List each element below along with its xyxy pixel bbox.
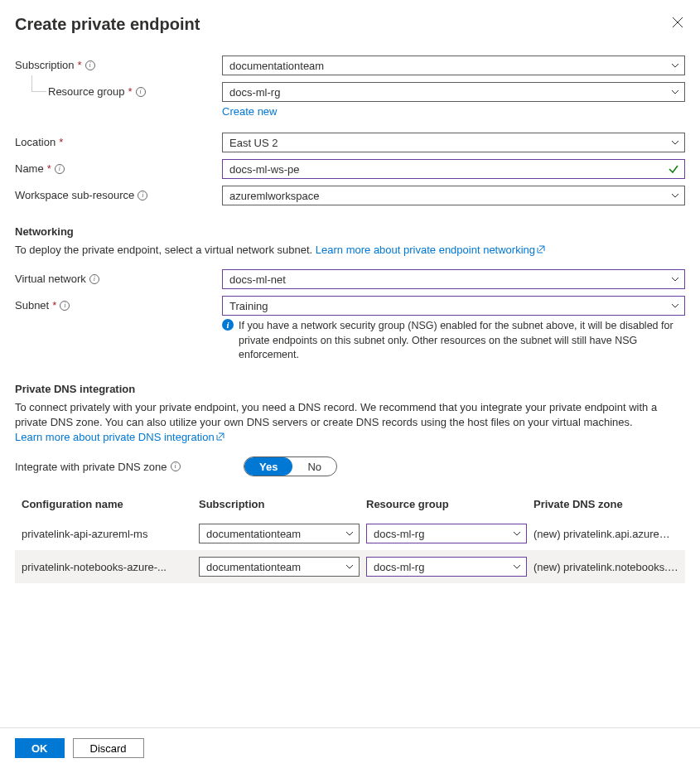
col-config: Configuration name — [22, 498, 192, 510]
dns-subscription-dropdown[interactable]: documentationteam — [199, 524, 360, 543]
required-asterisk: * — [78, 59, 82, 71]
workspace-subresource-dropdown[interactable]: azuremlworkspace — [222, 186, 685, 205]
integrate-dns-toggle[interactable]: Yes No — [244, 456, 337, 476]
dns-row: privatelink-api-azureml-ms documentation… — [15, 517, 685, 550]
subnet-dropdown[interactable]: Training — [222, 296, 685, 316]
virtual-network-value: docs-ml-net — [229, 273, 286, 286]
chevron-down-icon — [671, 140, 679, 145]
dns-config-name: privatelink-api-azureml-ms — [22, 528, 192, 540]
virtual-network-label: Virtual network — [15, 273, 86, 285]
networking-heading: Networking — [15, 225, 685, 238]
dns-resource-group-value: docs-ml-rg — [374, 528, 424, 540]
virtual-network-dropdown[interactable]: docs-ml-net — [222, 269, 685, 289]
discard-button[interactable]: Discard — [73, 738, 144, 758]
location-label: Location — [15, 136, 56, 148]
dns-row: privatelink-notebooks-azure-... document… — [15, 550, 685, 583]
subscription-label: Subscription — [15, 59, 75, 71]
col-zone: Private DNS zone — [533, 498, 678, 510]
dns-learn-more-text: Learn more about private DNS integration — [15, 431, 215, 443]
name-value: docs-ml-ws-pe — [229, 163, 300, 176]
dns-heading: Private DNS integration — [15, 383, 685, 395]
resource-group-dropdown[interactable]: docs-ml-rg — [222, 82, 685, 102]
integrate-dns-label: Integrate with private DNS zone — [15, 461, 167, 473]
col-resource-group: Resource group — [366, 498, 527, 510]
required-asterisk: * — [52, 299, 56, 312]
location-dropdown[interactable]: East US 2 — [222, 133, 685, 152]
ok-button[interactable]: OK — [15, 738, 65, 758]
chevron-down-icon — [671, 89, 679, 94]
subscription-value: documentationteam — [229, 60, 324, 72]
create-new-link[interactable]: Create new — [222, 105, 277, 118]
info-blue-icon: i — [222, 319, 234, 331]
toggle-yes[interactable]: Yes — [244, 457, 292, 476]
col-subscription: Subscription — [199, 498, 360, 510]
location-value: East US 2 — [229, 137, 278, 149]
dns-resource-group-dropdown[interactable]: docs-ml-rg — [366, 557, 527, 577]
chevron-down-icon — [345, 564, 354, 569]
networking-learn-more-text: Learn more about private endpoint networ… — [316, 244, 535, 256]
dns-resource-group-dropdown[interactable]: docs-ml-rg — [366, 524, 527, 543]
required-asterisk: * — [59, 136, 63, 148]
nsg-note: If you have a network security group (NS… — [239, 319, 685, 363]
chevron-down-icon — [671, 193, 679, 198]
external-link-icon — [537, 243, 545, 251]
dns-resource-group-value: docs-ml-rg — [374, 561, 424, 573]
resource-group-value: docs-ml-rg — [229, 86, 280, 99]
chevron-down-icon — [513, 564, 521, 569]
chevron-down-icon — [671, 303, 679, 308]
tree-connector — [31, 75, 46, 92]
required-asterisk: * — [47, 162, 51, 175]
dns-learn-more-link[interactable]: Learn more about private DNS integration — [15, 431, 224, 443]
networking-description: To deploy the private endpoint, select a… — [15, 244, 312, 256]
networking-learn-more-link[interactable]: Learn more about private endpoint networ… — [316, 244, 545, 256]
dns-table: Configuration name Subscription Resource… — [15, 491, 685, 583]
close-icon — [672, 17, 683, 28]
dns-zone: (new) privatelink.api.azureml.... — [533, 528, 678, 540]
chevron-down-icon — [513, 531, 521, 536]
subscription-dropdown[interactable]: documentationteam — [222, 56, 685, 75]
dns-config-name: privatelink-notebooks-azure-... — [22, 561, 192, 573]
chevron-down-icon — [671, 63, 679, 68]
panel-title: Create private endpoint — [15, 15, 200, 34]
info-icon[interactable] — [85, 60, 95, 70]
dns-zone: (new) privatelink.notebooks.a... — [533, 561, 678, 573]
dns-subscription-dropdown[interactable]: documentationteam — [199, 557, 360, 577]
info-icon[interactable] — [138, 191, 147, 200]
info-icon[interactable] — [136, 87, 146, 97]
chevron-down-icon — [345, 531, 354, 536]
subnet-value: Training — [229, 300, 268, 312]
required-asterisk: * — [128, 85, 133, 98]
chevron-down-icon — [671, 277, 679, 282]
dns-subscription-value: documentationteam — [206, 528, 301, 540]
name-label: Name — [15, 162, 44, 175]
dns-subscription-value: documentationteam — [206, 561, 301, 573]
dns-description: To connect privately with your private e… — [15, 401, 657, 428]
close-button[interactable] — [670, 15, 685, 30]
info-icon[interactable] — [55, 164, 65, 174]
info-icon[interactable] — [60, 301, 70, 311]
toggle-no[interactable]: No — [292, 457, 336, 476]
external-link-icon — [216, 430, 224, 438]
workspace-subresource-value: azuremlworkspace — [229, 190, 319, 202]
name-input[interactable]: docs-ml-ws-pe — [222, 159, 685, 179]
workspace-subresource-label: Workspace sub-resource — [15, 189, 134, 201]
info-icon[interactable] — [171, 461, 181, 471]
subnet-label: Subnet — [15, 299, 49, 312]
resource-group-label: Resource group — [48, 85, 125, 98]
validation-check-icon — [668, 163, 679, 175]
info-icon[interactable] — [89, 274, 99, 284]
